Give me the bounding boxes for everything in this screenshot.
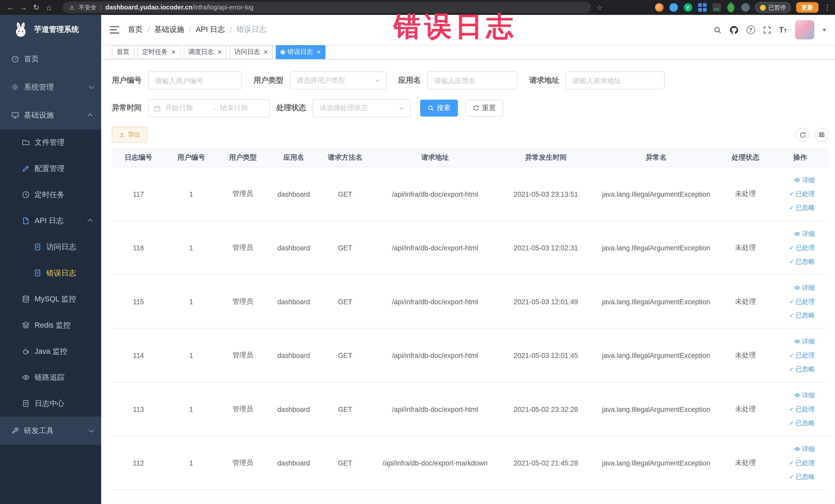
detail-link[interactable]: 详细 (794, 335, 815, 348)
tab-home[interactable]: 首页 (112, 45, 134, 59)
mark-processed-link[interactable]: ✓已处理 (789, 295, 815, 308)
mark-processed-link[interactable]: ✓已处理 (789, 349, 815, 362)
mark-ignored-link[interactable]: ✓已忽略 (789, 470, 815, 483)
bookmark-star-icon[interactable]: ☆ (596, 3, 603, 11)
sidebar-item-trace[interactable]: 链路追踪 (0, 364, 101, 390)
sidebar-item-system[interactable]: 系统管理 (0, 73, 101, 101)
extension-icon-blue[interactable] (669, 3, 678, 12)
log-document-icon (21, 217, 30, 225)
column-header: 异常发生时间 (499, 153, 593, 162)
detail-link[interactable]: 详细 (794, 443, 815, 456)
table-row: 114 1 管理员 dashboard GET /api/infra/db-do… (112, 329, 829, 383)
close-icon[interactable]: × (218, 49, 222, 55)
detail-link[interactable]: 详细 (794, 389, 815, 402)
sidebar-item-mysql-monitor[interactable]: MySQL 监控 (0, 286, 101, 312)
tab-scheduled-tasks[interactable]: 定时任务× (137, 45, 180, 59)
column-header: 异常名 (593, 153, 719, 162)
sidebar-item-home[interactable]: 首页 (0, 45, 101, 73)
font-size-icon[interactable]: TT (779, 26, 787, 34)
back-icon[interactable]: ← (4, 1, 17, 14)
document-icon (33, 269, 42, 277)
sidebar-item-config-management[interactable]: 配置管理 (0, 156, 101, 182)
sidebar-item-java-monitor[interactable]: Java 监控 (0, 338, 101, 364)
calendar-icon (154, 105, 161, 112)
detail-link[interactable]: 详细 (794, 174, 815, 186)
extension-icon-leaf[interactable] (727, 3, 735, 12)
mark-ignored-link[interactable]: ✓已忽略 (789, 255, 815, 268)
export-button[interactable]: 导出 (112, 127, 148, 143)
extension-icon-y[interactable]: Y (683, 3, 692, 12)
extension-icon-grid[interactable] (698, 3, 707, 12)
mark-processed-link[interactable]: ✓已处理 (789, 403, 815, 416)
mark-ignored-link[interactable]: ✓已忽略 (789, 201, 815, 214)
avatar[interactable] (795, 20, 814, 40)
detail-link[interactable]: 详细 (794, 281, 815, 294)
tab-schedule-logs[interactable]: 调度日志× (184, 45, 226, 59)
sidebar-item-api-logs[interactable]: API 日志 (0, 208, 101, 234)
date-range-picker[interactable]: 开始日期 - 结束日期 (148, 99, 270, 117)
sidebar-item-dev-tools[interactable]: 研发工具 (0, 417, 101, 445)
user-type-select[interactable]: 请选择用户类型 (290, 72, 387, 89)
mark-ignored-link[interactable]: ✓已忽略 (789, 309, 815, 322)
search-icon[interactable] (713, 26, 721, 34)
column-settings-button[interactable] (815, 128, 829, 142)
avatar-caret-icon[interactable] (822, 28, 827, 31)
github-icon[interactable] (730, 25, 738, 35)
paused-pill-button[interactable]: 已暂停 (755, 2, 791, 13)
update-button[interactable]: 更新 (796, 2, 819, 13)
sidebar: 芋道管理系统 首页 系统管理 基础设施 文件管理 (0, 15, 101, 504)
eye-icon (794, 338, 800, 345)
refresh-button[interactable] (795, 128, 809, 142)
extension-icon-on-badge[interactable]: on (712, 3, 721, 12)
user-id-label: 用户编号 (112, 76, 142, 85)
sidebar-item-access-logs[interactable]: 访问日志 (0, 234, 101, 260)
breadcrumb-home[interactable]: 首页 (128, 25, 143, 35)
mark-processed-link[interactable]: ✓已处理 (789, 241, 815, 254)
sidebar-item-redis-monitor[interactable]: Redis 监控 (0, 312, 101, 338)
app-name-input[interactable] (427, 72, 518, 89)
breadcrumb-infrastructure[interactable]: 基础设施 (154, 25, 184, 35)
close-icon[interactable]: × (317, 49, 321, 55)
search-button[interactable]: 搜索 (420, 100, 458, 117)
extension-icon-paw[interactable] (741, 3, 750, 12)
fullscreen-icon[interactable] (763, 26, 771, 34)
sidebar-item-log-center[interactable]: 日志中心 (0, 390, 101, 417)
sidebar-item-file-management[interactable]: 文件管理 (0, 129, 101, 156)
dashboard-icon (11, 55, 19, 63)
mark-ignored-link[interactable]: ✓已忽略 (789, 363, 815, 376)
database-icon (21, 295, 30, 303)
close-icon[interactable]: × (171, 49, 176, 55)
reload-icon[interactable]: ↻ (30, 1, 43, 14)
mark-processed-link[interactable]: ✓已处理 (789, 457, 815, 469)
tab-access-logs[interactable]: 访问日志× (230, 45, 272, 59)
help-icon[interactable]: ? (747, 26, 755, 34)
detail-link[interactable]: 详细 (794, 227, 815, 240)
mark-processed-link[interactable]: ✓已处理 (789, 187, 815, 200)
sidebar-item-error-logs[interactable]: 错误日志 (0, 260, 101, 286)
process-status-select[interactable]: 请选择处理状态 (313, 99, 411, 117)
address-bar[interactable]: ⚠ 不安全 dashboard.yudao.iocoder.cn/infra/l… (63, 2, 591, 13)
tab-error-logs[interactable]: 错误日志× (276, 45, 325, 59)
forward-icon[interactable]: → (17, 1, 30, 14)
chevron-up-icon (87, 114, 93, 119)
reset-button[interactable]: 重置 (465, 100, 503, 117)
coffee-cup-icon (21, 347, 30, 356)
mark-ignored-link[interactable]: ✓已忽略 (789, 417, 815, 429)
browser-menu-icon[interactable]: ⋮ (824, 3, 831, 11)
browser-extensions-area: Y on 已暂停 更新 ⋮ (655, 2, 831, 13)
home-icon[interactable]: ⌂ (43, 1, 56, 14)
wrench-icon (11, 426, 19, 435)
request-url-input[interactable] (566, 72, 665, 89)
sidebar-item-scheduled-tasks[interactable]: 定时任务 (0, 182, 101, 208)
user-id-input[interactable] (148, 72, 242, 89)
breadcrumb-api-logs[interactable]: API 日志 (196, 25, 225, 35)
check-icon: ✓ (789, 403, 794, 416)
check-icon: ✓ (789, 349, 794, 362)
extension-icon-orange[interactable] (655, 3, 664, 12)
hamburger-icon[interactable] (109, 26, 119, 34)
close-icon[interactable]: × (264, 49, 268, 55)
breadcrumb: 首页 / 基础设施 / API 日志 / 错误日志 (128, 25, 266, 35)
download-icon (119, 132, 125, 138)
sidebar-item-infrastructure[interactable]: 基础设施 (0, 101, 101, 129)
page-content: 用户编号 用户类型 请选择用户类型 应用名 (101, 60, 835, 504)
